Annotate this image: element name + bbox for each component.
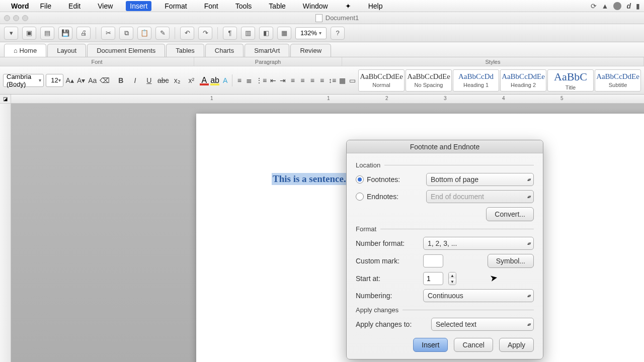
change-case-button[interactable]: Aa bbox=[88, 74, 97, 87]
footnotes-location-select[interactable]: Bottom of page bbox=[426, 173, 534, 186]
redo-button[interactable]: ↷ bbox=[198, 27, 212, 40]
menu-insert[interactable]: Insert bbox=[126, 1, 151, 11]
menu-help[interactable]: Help bbox=[364, 1, 387, 11]
menu-table[interactable]: Table bbox=[265, 1, 289, 11]
open-button[interactable]: ▣ bbox=[22, 27, 36, 40]
style-no-spacing[interactable]: AaBbCcDdEeNo Spacing bbox=[406, 69, 452, 92]
bullets-button[interactable]: ≡ bbox=[235, 74, 243, 87]
save-button[interactable]: 💾 bbox=[58, 27, 72, 40]
numbering-button[interactable]: ≣ bbox=[245, 74, 253, 87]
font-color-button[interactable]: A bbox=[200, 74, 208, 87]
cut-button[interactable]: ✂ bbox=[101, 27, 115, 40]
stepper-down-icon[interactable]: ▼ bbox=[449, 279, 456, 285]
menu-format[interactable]: Format bbox=[160, 1, 191, 11]
sync-icon[interactable]: ⟳ bbox=[591, 2, 597, 10]
shading-button[interactable]: ▦ bbox=[339, 74, 346, 87]
group-styles-label: Styles bbox=[342, 57, 644, 66]
tab-layout[interactable]: Layout bbox=[47, 44, 86, 57]
vertical-ruler[interactable] bbox=[0, 104, 11, 362]
custom-mark-input[interactable] bbox=[423, 254, 443, 267]
line-spacing-button[interactable]: ↕≡ bbox=[328, 74, 337, 87]
styles-gallery: AaBbCcDdEeNormal AaBbCcDdEeNo Spacing Aa… bbox=[358, 69, 641, 92]
tab-charts[interactable]: Charts bbox=[205, 44, 244, 57]
subscript-button[interactable]: x₂ bbox=[171, 74, 184, 87]
superscript-button[interactable]: x² bbox=[185, 74, 198, 87]
menu-tools[interactable]: Tools bbox=[231, 1, 256, 11]
horizontal-ruler[interactable]: 1 1 2 3 4 5 bbox=[11, 95, 644, 104]
font-size-select[interactable]: 12 bbox=[46, 74, 63, 87]
align-right-button[interactable]: ≡ bbox=[308, 74, 316, 87]
start-at-stepper[interactable]: ▲▼ bbox=[448, 272, 456, 285]
toolbox-button[interactable]: ▦ bbox=[277, 27, 291, 40]
number-format-select[interactable]: 1, 2, 3, ... bbox=[423, 237, 534, 250]
copy-button[interactable]: ⧉ bbox=[119, 27, 133, 40]
statusitem-icon[interactable] bbox=[613, 2, 621, 10]
zoom-window-button[interactable] bbox=[22, 15, 28, 21]
menu-script-icon[interactable]: ✦ bbox=[341, 1, 355, 11]
decrease-indent-button[interactable]: ⇤ bbox=[269, 74, 277, 87]
sidebar-button[interactable]: ◧ bbox=[259, 27, 273, 40]
menu-file[interactable]: File bbox=[36, 1, 56, 11]
minimize-window-button[interactable] bbox=[13, 15, 19, 21]
style-heading-1[interactable]: AaBbCcDdHeading 1 bbox=[453, 69, 499, 92]
numbering-select[interactable]: Continuous bbox=[423, 289, 534, 302]
format-painter-button[interactable]: ✎ bbox=[155, 27, 170, 40]
tab-document-elements[interactable]: Document Elements bbox=[87, 44, 165, 57]
document-text-selected[interactable]: This is a sentence. bbox=[272, 173, 347, 185]
new-doc-button[interactable]: ▾ bbox=[4, 27, 18, 40]
menu-font[interactable]: Font bbox=[200, 1, 222, 11]
align-left-button[interactable]: ≡ bbox=[289, 74, 296, 87]
paste-button[interactable]: 📋 bbox=[137, 27, 151, 40]
increase-indent-button[interactable]: ⇥ bbox=[279, 74, 287, 87]
apply-changes-label: Apply changes to: bbox=[356, 320, 426, 328]
endnotes-radio[interactable] bbox=[356, 193, 364, 201]
highlight-button[interactable]: ab bbox=[210, 74, 219, 87]
style-heading-2[interactable]: AaBbCcDdEeHeading 2 bbox=[500, 69, 546, 92]
bold-button[interactable]: B bbox=[114, 74, 127, 87]
help-button[interactable]: ? bbox=[331, 27, 345, 40]
shrink-font-button[interactable]: A▾ bbox=[76, 74, 86, 87]
text-effects-button[interactable]: A bbox=[221, 74, 229, 87]
align-center-button[interactable]: ≡ bbox=[299, 74, 306, 87]
italic-button[interactable]: I bbox=[128, 74, 141, 87]
apply-changes-select[interactable]: Selected text bbox=[431, 318, 534, 331]
menu-edit[interactable]: Edit bbox=[64, 1, 85, 11]
style-subtitle[interactable]: AaBbCcDdEeSubtitle bbox=[595, 69, 641, 92]
grow-font-button[interactable]: A▴ bbox=[65, 74, 74, 87]
tab-smartart[interactable]: SmartArt bbox=[245, 44, 289, 57]
battery-icon[interactable]: ▮ bbox=[636, 2, 640, 10]
borders-button[interactable]: ▭ bbox=[349, 74, 356, 87]
footnotes-radio[interactable] bbox=[356, 175, 364, 184]
close-window-button[interactable] bbox=[4, 15, 10, 21]
font-name-select[interactable]: Cambria (Body) bbox=[3, 74, 44, 87]
strike-button[interactable]: abc bbox=[156, 74, 170, 87]
show-marks-button[interactable]: ¶ bbox=[223, 27, 237, 40]
cancel-button[interactable]: Cancel bbox=[454, 338, 493, 352]
tab-tables[interactable]: Tables bbox=[166, 44, 204, 57]
columns-button[interactable]: ▥ bbox=[241, 27, 255, 40]
insert-button[interactable]: Insert bbox=[413, 338, 448, 352]
clear-format-button[interactable]: ⌫ bbox=[99, 74, 110, 87]
multilevel-button[interactable]: ⋮≡ bbox=[255, 74, 267, 87]
tab-review[interactable]: Review bbox=[290, 44, 331, 57]
menu-window[interactable]: Window bbox=[299, 1, 332, 11]
stepper-up-icon[interactable]: ▲ bbox=[449, 273, 456, 279]
justify-button[interactable]: ≡ bbox=[318, 74, 326, 87]
endnotes-location-select[interactable]: End of document bbox=[426, 190, 534, 203]
symbol-button[interactable]: Symbol... bbox=[488, 254, 534, 268]
style-title[interactable]: AaBbCTitle bbox=[547, 69, 594, 92]
apply-button[interactable]: Apply bbox=[499, 338, 534, 352]
style-normal[interactable]: AaBbCcDdEeNormal bbox=[358, 69, 405, 92]
statusitem2-icon[interactable]: d bbox=[626, 2, 631, 10]
convert-button[interactable]: Convert... bbox=[486, 207, 534, 221]
print-button[interactable]: 🖨 bbox=[76, 27, 91, 40]
tab-home[interactable]: Home bbox=[4, 44, 46, 57]
open2-button[interactable]: ▤ bbox=[40, 27, 54, 40]
cloud-icon[interactable]: ▲ bbox=[602, 2, 609, 10]
menu-view[interactable]: View bbox=[94, 1, 117, 11]
app-name[interactable]: Word bbox=[11, 2, 29, 10]
start-at-input[interactable] bbox=[423, 272, 443, 285]
zoom-select[interactable]: 132% bbox=[295, 27, 327, 39]
undo-button[interactable]: ↶ bbox=[180, 27, 194, 40]
underline-button[interactable]: U bbox=[142, 74, 155, 87]
